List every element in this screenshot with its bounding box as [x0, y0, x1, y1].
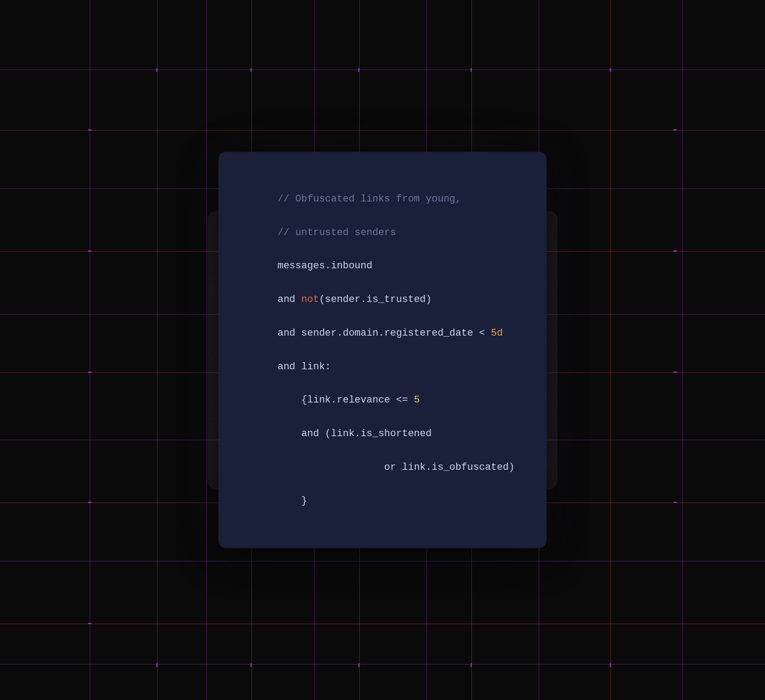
tick — [673, 372, 677, 373]
h-line-purple-6 — [0, 664, 765, 665]
code-block: // Obfuscated links from young, // untru… — [242, 174, 523, 526]
tick — [673, 129, 677, 131]
v-line-purple-6 — [682, 0, 683, 700]
code-line-2: and not(sender.is_trusted) — [277, 294, 431, 305]
tick — [88, 372, 92, 373]
brace-open: {link.relevance <= — [277, 394, 414, 406]
code-line-5: {link.relevance <= 5 — [277, 394, 420, 406]
tick — [358, 68, 360, 72]
h-line-purple-1 — [0, 70, 765, 70]
tick — [251, 663, 252, 667]
tick — [470, 68, 472, 72]
v-line-purple-1 — [90, 0, 90, 700]
v-line-red-5 — [611, 0, 611, 700]
comment-line-1: // Obfuscated links from young, — [277, 193, 461, 205]
and-keyword-2: and — [277, 328, 301, 339]
tick — [156, 68, 158, 72]
tick — [673, 502, 677, 503]
center-container: // Obfuscated links from young, // untru… — [180, 171, 585, 529]
value-5d: 5d — [491, 328, 503, 339]
code-line-8: } — [277, 495, 307, 507]
value-5: 5 — [414, 394, 420, 406]
comment-line-2: // untrusted senders — [277, 227, 396, 238]
code-line-7: or link.is_obfuscated) — [277, 462, 514, 473]
tick — [358, 663, 360, 667]
tick — [251, 68, 252, 72]
tick — [88, 502, 92, 503]
tick — [673, 250, 677, 252]
code-line-6: and (link.is_shortened — [277, 428, 431, 439]
tick — [88, 623, 92, 624]
or-line — [277, 462, 331, 473]
tick — [610, 68, 611, 72]
h-line-purple-5 — [0, 561, 765, 561]
tick — [610, 663, 611, 667]
code-line-3: and sender.domain.registered_date < 5d — [277, 328, 503, 339]
h-line-red-5 — [0, 624, 765, 624]
v-line-red-1 — [157, 0, 158, 700]
code-line-1: messages.inbound — [277, 260, 372, 271]
code-line-4: and link: — [277, 361, 331, 372]
and-keyword-1: and — [277, 294, 301, 305]
tick — [470, 663, 472, 667]
tick — [88, 129, 92, 131]
not-keyword: not — [301, 294, 319, 305]
trusted-check: (sender.is_trusted) — [319, 294, 432, 305]
registered-date: sender.domain.registered_date < — [301, 328, 491, 339]
code-card: // Obfuscated links from young, // untru… — [219, 152, 546, 547]
h-line-red-1 — [0, 130, 765, 131]
or-obfuscated: or link.is_obfuscated) — [331, 462, 514, 473]
tick — [156, 663, 158, 667]
tick — [88, 250, 92, 252]
